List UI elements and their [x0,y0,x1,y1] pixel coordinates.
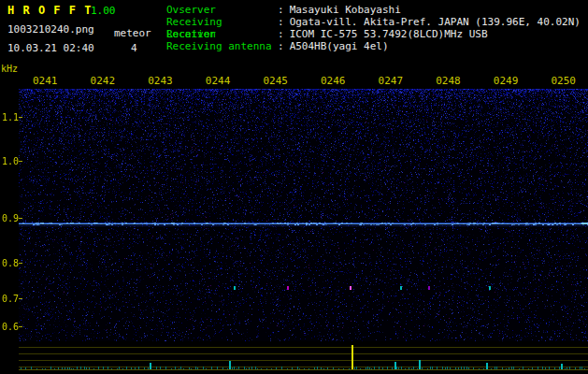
info-row-observer: Ovserver : Masayuki Kobayashi [166,4,401,16]
hrofft-window: H R O F F T 1.00 1003210240.png meteor 1… [0,0,588,374]
info-separator: : [278,28,284,40]
output-filename: 1003210240.png [7,23,94,36]
spectrogram-canvas [19,89,588,341]
app-version: 1.00 [91,5,116,17]
freq-tick-label: 0.6 [2,322,19,332]
freq-tick-mark [19,298,22,299]
freq-tick-label: 1.0 [2,156,19,166]
info-label: Receiving antenna [166,40,278,52]
time-tick-label: 0248 [436,75,461,87]
info-value: ICOM IC-575 53.7492(8LCD)MHz USB [290,28,488,40]
signal-strength-strip-canvas [19,344,588,371]
info-separator: : [278,40,284,52]
freq-tick-label: 0.8 [2,258,19,268]
mode-label: meteor [114,27,151,39]
time-tick-label: 0249 [494,75,519,87]
observation-timestamp: 10.03.21 02:40 [7,42,94,54]
info-label: Receiver [166,28,278,40]
time-tick-label: 0247 [379,75,404,87]
info-label: Ovserver [166,4,278,16]
freq-tick-label: 0.9 [2,213,19,223]
time-tick-label: 0244 [206,75,231,87]
time-tick-label: 0245 [263,75,288,87]
app-title: H R O F F T [7,4,92,17]
freq-tick-mark [19,117,22,118]
time-tick-label: 0241 [33,75,58,87]
freq-tick-mark [19,218,22,219]
info-row-receiver: Receiver : ICOM IC-575 53.7492(8LCD)MHz … [166,28,488,40]
y-axis-unit-label: kHz [1,64,18,74]
info-value: Masayuki Kobayashi [290,4,401,16]
time-tick-label: 0242 [91,75,116,87]
time-tick-label: 0246 [321,75,346,87]
freq-tick-label: 0.7 [2,294,19,304]
freq-tick-mark [19,326,22,327]
info-value: A504HB(yagi 4el) [290,40,389,52]
freq-tick-label: 1.1 [2,112,19,122]
time-tick-label: 0243 [148,75,173,87]
info-row-antenna: Receiving antenna : A504HB(yagi 4el) [166,40,389,52]
freq-tick-mark [19,161,22,162]
info-separator: : [278,4,284,16]
time-tick-label: 0250 [551,75,576,87]
meteor-count: 4 [131,42,137,54]
freq-tick-mark [19,263,22,264]
